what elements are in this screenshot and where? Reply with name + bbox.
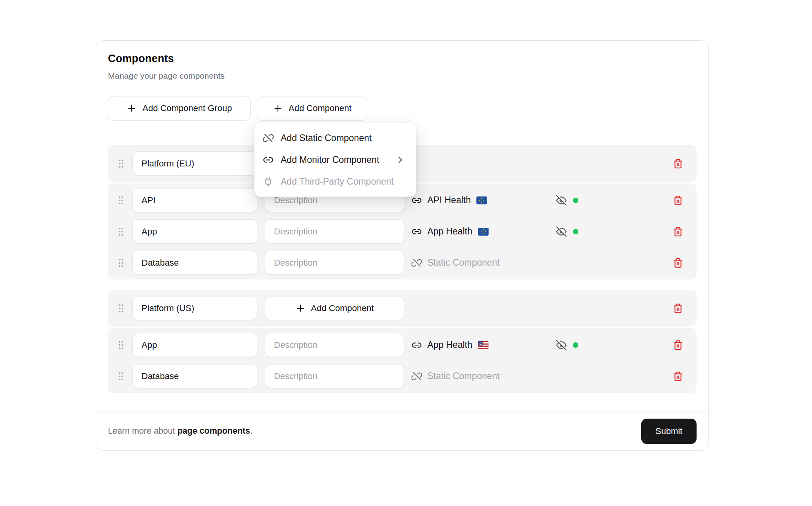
components-card: Components Manage your page components A…	[96, 40, 709, 451]
component-description-input[interactable]	[265, 364, 404, 388]
eu-flag-icon	[476, 196, 487, 204]
link-icon	[263, 155, 274, 165]
eye-off-icon[interactable]	[556, 340, 567, 350]
group-name-input[interactable]	[132, 296, 257, 320]
menu-item-add-third-party-component: Add Third-Party Component	[255, 171, 416, 193]
submit-button[interactable]: Submit	[641, 419, 697, 444]
link-icon	[412, 227, 422, 237]
eu-flag-icon	[478, 228, 489, 236]
status-dot	[573, 342, 578, 348]
component-description-input[interactable]	[265, 219, 404, 244]
link-icon	[412, 195, 422, 206]
drag-handle-icon[interactable]	[116, 340, 126, 350]
status-dot	[573, 229, 578, 234]
trash-icon	[673, 303, 683, 313]
page-subtitle: Manage your page components	[108, 70, 697, 81]
add-component-group-label: Add Component Group	[142, 103, 232, 113]
drag-handle-icon[interactable]	[116, 258, 126, 268]
menu-item-label: Add Static Component	[281, 133, 372, 143]
component-description-input[interactable]	[265, 251, 404, 275]
page-title: Components	[108, 51, 697, 66]
visibility-status	[556, 340, 580, 350]
trash-icon	[673, 371, 683, 381]
component-description-input[interactable]	[265, 333, 404, 357]
monitor-label: App Health	[427, 226, 472, 237]
unlink-icon	[412, 258, 422, 268]
drag-handle-icon[interactable]	[116, 159, 126, 169]
component-name-input[interactable]	[132, 219, 257, 244]
monitor-chip: API Health	[412, 195, 556, 206]
monitor-chip: App Health	[412, 340, 556, 350]
learn-more-suffix: .	[250, 426, 253, 436]
monitor-label: API Health	[427, 195, 471, 206]
component-name-input[interactable]	[132, 364, 257, 388]
group-header-row: Add Component	[108, 290, 697, 327]
component-row: App Health	[108, 219, 697, 244]
delete-group-button[interactable]	[673, 159, 683, 169]
static-component-label: Static Component	[427, 257, 500, 268]
plus-icon	[295, 303, 306, 313]
group-add-component-button[interactable]: Add Component	[265, 296, 404, 320]
status-dot	[573, 198, 578, 203]
add-component-button[interactable]: Add Component	[257, 96, 367, 121]
delete-component-button[interactable]	[673, 195, 683, 206]
component-name-input[interactable]	[132, 188, 257, 212]
card-header: Components Manage your page components A…	[96, 41, 708, 132]
link-icon	[412, 340, 422, 350]
add-component-group-button[interactable]: Add Component Group	[108, 96, 251, 121]
drag-handle-icon[interactable]	[116, 227, 126, 237]
component-row: Static Component	[108, 364, 697, 388]
plus-icon	[127, 103, 137, 113]
group-components: App Health	[108, 328, 697, 393]
trash-icon	[673, 340, 683, 350]
static-component-chip: Static Component	[412, 371, 556, 381]
plug-icon	[263, 176, 274, 187]
menu-item-add-monitor-component[interactable]: Add Monitor Component	[255, 149, 416, 171]
learn-more-link[interactable]: page components	[178, 426, 250, 436]
unlink-icon	[263, 133, 274, 143]
drag-handle-icon[interactable]	[116, 371, 126, 381]
eye-off-icon[interactable]	[556, 195, 567, 206]
learn-more-text: Learn more about page components.	[108, 426, 253, 436]
chevron-right-icon	[395, 155, 406, 165]
menu-item-add-static-component[interactable]: Add Static Component	[255, 127, 416, 149]
trash-icon	[673, 258, 683, 268]
component-row: Static Component	[108, 251, 697, 275]
trash-icon	[673, 227, 683, 237]
delete-component-button[interactable]	[673, 227, 683, 237]
trash-icon	[673, 159, 683, 169]
trash-icon	[673, 195, 683, 206]
delete-component-button[interactable]	[673, 258, 683, 268]
menu-item-label: Add Third-Party Component	[281, 176, 394, 187]
group-components: API Health	[108, 183, 697, 279]
component-name-input[interactable]	[132, 333, 257, 357]
delete-group-button[interactable]	[673, 303, 683, 313]
visibility-status	[556, 227, 580, 237]
drag-handle-icon[interactable]	[116, 303, 126, 313]
plus-icon	[273, 103, 283, 113]
delete-component-button[interactable]	[673, 340, 683, 350]
group-add-component-label: Add Component	[311, 303, 374, 313]
static-component-label: Static Component	[427, 371, 500, 381]
eye-off-icon[interactable]	[556, 227, 567, 237]
static-component-chip: Static Component	[412, 257, 556, 268]
menu-item-label: Add Monitor Component	[281, 155, 379, 165]
component-row: App Health	[108, 333, 697, 357]
page: Components Manage your page components A…	[0, 0, 812, 506]
add-component-dropdown: Add Static Component Add Monitor Compone…	[254, 122, 416, 197]
learn-more-prefix: Learn more about	[108, 426, 178, 436]
us-flag-icon	[478, 341, 489, 349]
drag-handle-icon[interactable]	[116, 195, 126, 206]
group-name-input[interactable]	[132, 151, 257, 176]
monitor-chip: App Health	[412, 226, 556, 237]
card-footer: Learn more about page components. Submit	[96, 412, 708, 450]
add-component-label: Add Component	[289, 103, 351, 113]
visibility-status	[556, 195, 580, 206]
delete-component-button[interactable]	[673, 371, 683, 381]
component-name-input[interactable]	[132, 251, 257, 275]
toolbar: Add Component Group Add Component	[108, 96, 697, 121]
monitor-label: App Health	[427, 340, 472, 350]
unlink-icon	[412, 371, 422, 381]
